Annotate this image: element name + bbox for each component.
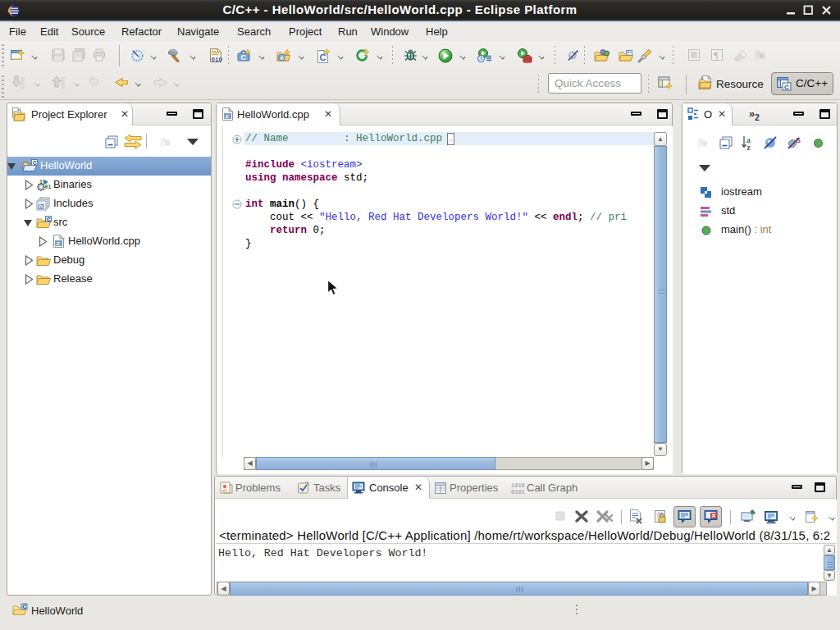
svg-text:.c: .c bbox=[225, 113, 230, 119]
svg-text:C: C bbox=[784, 84, 789, 91]
svg-text:.c: .c bbox=[56, 240, 61, 246]
svg-text:C: C bbox=[22, 604, 26, 609]
svg-text:01: 01 bbox=[45, 185, 52, 190]
svg-text:C: C bbox=[47, 217, 51, 222]
svg-text:C: C bbox=[241, 53, 247, 62]
svg-text:C: C bbox=[320, 52, 326, 62]
svg-text:c: c bbox=[281, 54, 284, 62]
svg-text:0101: 0101 bbox=[511, 489, 525, 495]
svg-text:z: z bbox=[747, 144, 751, 152]
svg-text:h: h bbox=[39, 203, 43, 210]
svg-text:1010: 1010 bbox=[511, 482, 525, 489]
svg-text:¶: ¶ bbox=[714, 50, 719, 60]
svg-text:010: 010 bbox=[212, 56, 223, 63]
svg-text:C: C bbox=[33, 160, 37, 166]
